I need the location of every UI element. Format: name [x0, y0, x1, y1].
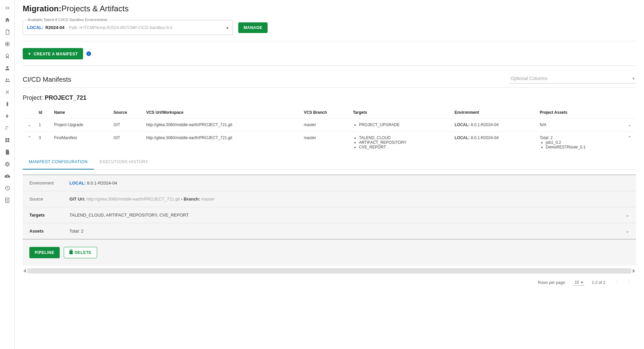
cell-vcsuri: http://gitea:3080/middle-earth/PROJECT_7…	[143, 131, 301, 154]
col-name[interactable]: Name	[51, 107, 111, 118]
env-version: R2024-04	[45, 25, 64, 30]
detail-source-label: Source	[29, 197, 69, 202]
cell-id: 3	[36, 131, 51, 154]
optional-columns-placeholder: Optional Columns	[511, 76, 548, 81]
svg-rect-6	[6, 102, 8, 106]
col-id[interactable]: Id	[36, 107, 51, 118]
cell-assets: N/A	[537, 118, 626, 131]
user-icon[interactable]	[2, 63, 13, 73]
expand-row-icon[interactable]: ⌄	[23, 118, 36, 131]
svg-point-11	[5, 162, 9, 166]
checklist-icon[interactable]	[2, 195, 13, 206]
svg-rect-14	[5, 198, 9, 203]
svg-point-2	[6, 54, 9, 57]
col-targets[interactable]: Targets	[350, 107, 452, 118]
rows-per-page-select[interactable]: 10 ▾	[573, 279, 584, 286]
tab-manifest-config[interactable]: Manifest Configuration	[23, 155, 94, 169]
cell-vcsbranch: master	[301, 118, 350, 131]
cell-vcsbranch: master	[301, 131, 350, 154]
traffic-icon[interactable]	[2, 99, 13, 109]
chart-icon[interactable]	[2, 123, 13, 133]
delete-button[interactable]: Delete	[64, 247, 97, 258]
cell-targets: TALEND_CLOUDARTIFACT_REPOSITORYCVE_REPOR…	[350, 131, 452, 154]
table-row: ⌃3FirstManifestGIThttp://gitea:3080/midd…	[23, 131, 636, 154]
cell-source: GIT	[111, 118, 143, 131]
col-assets[interactable]: Project Assets	[537, 107, 626, 118]
manage-button[interactable]: Manage	[238, 22, 268, 33]
env-local-label: LOCAL:	[27, 25, 43, 30]
page-title: Migration:Projects & Artifacts	[23, 4, 636, 13]
cell-source: GIT	[111, 131, 143, 154]
sidebar	[0, 0, 15, 349]
info-icon[interactable]: i	[86, 51, 91, 56]
expand-row-icon[interactable]: ⌃	[23, 131, 36, 154]
horizontal-scrollbar[interactable]	[27, 268, 631, 274]
svg-rect-10	[7, 140, 9, 142]
cell-targets: PROJECT_UPGRADE	[350, 118, 452, 131]
chevron-down-icon: ▾	[226, 25, 229, 30]
users-icon[interactable]	[2, 75, 13, 85]
detail-assets-value: Total: 2	[69, 229, 626, 234]
col-source[interactable]: Source	[111, 107, 143, 118]
chevron-down-icon: ▾	[632, 76, 635, 81]
expand-targets-icon[interactable]: ⌄	[626, 213, 629, 218]
cell-env: LOCAL: 8.0.1-R2024-04	[452, 131, 537, 154]
svg-rect-9	[5, 140, 7, 142]
rows-per-page-label: Rows per page:	[538, 280, 566, 285]
row-action-caret[interactable]: ⌃	[625, 131, 636, 154]
cell-env: LOCAL: 8.0.1-R2024-04	[452, 118, 537, 131]
svg-point-1	[6, 43, 8, 45]
pagination-range: 1-2 of 2	[592, 280, 605, 285]
detail-tabs: Manifest Configuration Executions Histor…	[23, 155, 636, 170]
expand-assets-icon[interactable]: ⌄	[626, 229, 629, 234]
tab-executions-history[interactable]: Executions History	[94, 155, 154, 169]
env-fieldset-label: Available Talend 8 CI/CD Sandbox Environ…	[26, 18, 109, 22]
manifests-section-title: CI/CD Manifests	[23, 76, 71, 83]
cloud-upload-icon[interactable]	[2, 171, 13, 182]
detail-env-label: Environment	[29, 181, 69, 186]
manifests-table: Id Name Source VCS Uri/Workspace VCS Bra…	[23, 107, 636, 153]
bolt-icon[interactable]	[2, 111, 13, 121]
badge-icon[interactable]	[2, 51, 13, 61]
circle-icon[interactable]	[2, 39, 13, 49]
detail-targets-value: TALEND_CLOUD, ARTIFACT_REPOSITORY, CVE_R…	[69, 213, 626, 218]
col-vcsbranch[interactable]: VCS Branch	[301, 107, 350, 118]
svg-rect-7	[5, 138, 7, 140]
cell-assets: Total: 2job1_0.2DemoRESTRoute_0.1	[537, 131, 626, 154]
cell-vcsuri: http://gitea:3080/middle-earth/PROJECT_7…	[143, 118, 301, 131]
history-icon[interactable]	[2, 183, 13, 194]
home-icon[interactable]	[2, 15, 13, 25]
document-icon[interactable]	[2, 27, 13, 37]
project-heading: Project: PROJECT_721	[23, 94, 636, 101]
detail-targets-label: Targets	[29, 213, 69, 218]
file-icon[interactable]	[2, 147, 13, 157]
svg-rect-8	[7, 138, 9, 140]
cell-name: FirstManifest	[51, 131, 111, 154]
pipeline-button[interactable]: Pipeline	[29, 247, 60, 258]
cell-id: 1	[36, 118, 51, 131]
env-select[interactable]: Available Talend 8 CI/CD Sandbox Environ…	[23, 20, 233, 35]
row-action-caret[interactable]: ⌄	[625, 118, 636, 131]
table-row: ⌄1Project-UpgradeGIThttp://gitea:3080/mi…	[23, 118, 636, 131]
target-icon[interactable]	[2, 159, 13, 169]
svg-point-3	[6, 66, 8, 68]
detail-source-value: GIT Uri: http://gitea:3080/middle-earth/…	[69, 197, 629, 202]
pagination: Rows per page: 10 ▾ 1-2 of 2 〈 〉	[23, 274, 636, 291]
trash-icon	[69, 251, 73, 254]
col-vcsuri[interactable]: VCS Uri/Workspace	[143, 107, 301, 118]
svg-point-5	[8, 79, 9, 80]
col-env[interactable]: Environment	[452, 107, 537, 118]
grid-icon[interactable]	[2, 135, 13, 145]
detail-env-value: LOCAL: 8.0.1-R2024-04	[69, 181, 629, 186]
create-manifest-button[interactable]: Create a Manifest	[23, 48, 83, 59]
next-page-button[interactable]: 〉	[627, 278, 633, 287]
sidebar-expand[interactable]	[2, 3, 13, 13]
optional-columns-select[interactable]: Optional Columns ▾	[509, 74, 636, 83]
tools-icon[interactable]	[2, 87, 13, 97]
env-path: - Path: H:\TCMP\tcmp-R2024-05\TCMP-CICD-…	[66, 25, 172, 30]
detail-panel: Environment LOCAL: 8.0.1-R2024-04 Source…	[23, 174, 636, 240]
detail-assets-label: Assets	[29, 229, 69, 234]
main-content: Migration:Projects & Artifacts Available…	[15, 0, 644, 349]
prev-page-button[interactable]: 〈	[613, 278, 619, 287]
svg-point-4	[6, 78, 7, 80]
